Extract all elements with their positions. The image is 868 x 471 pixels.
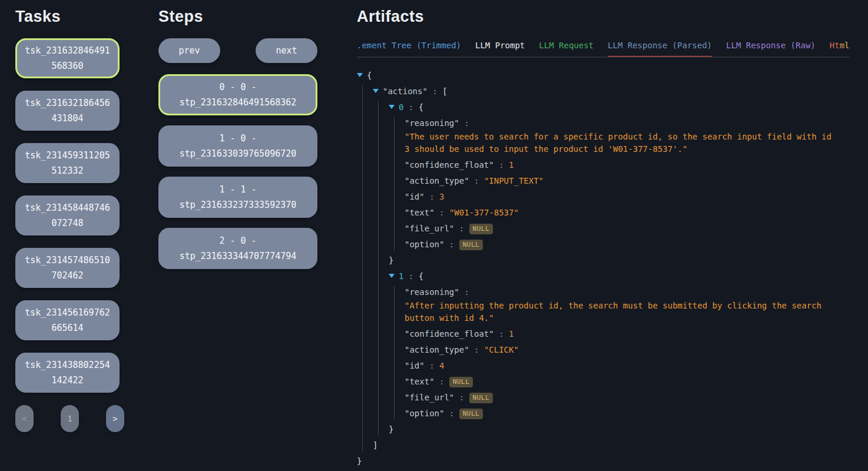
json-children: "actions" : [0 : {"reasoning" : "The use… [362, 85, 849, 452]
json-open-line: { [357, 69, 849, 82]
pagination-prev-button[interactable]: < [15, 405, 34, 432]
json-key: "reasoning" [405, 287, 459, 297]
json-close-brace: ] [373, 440, 377, 450]
json-close-line: } [357, 455, 849, 467]
json-entry: "confidence_float" : 1 [405, 159, 849, 171]
step-item-stp-231633237333592370[interactable]: 1 - 1 -stp_231633237333592370 [158, 177, 317, 218]
json-entry: "confidence_float" : 1 [405, 328, 849, 340]
json-null-badge: NULL [449, 377, 473, 387]
task-item-tsk-231458448746072748[interactable]: tsk_231458448746072748 [15, 195, 120, 236]
json-entry: "option" : NULL [405, 238, 849, 251]
task-list: tsk_231632846491568360tsk_23163218645643… [15, 38, 120, 393]
json-key: "file_url" [405, 224, 454, 233]
step-nav: prev next [158, 38, 317, 63]
step-item-id: stp_231632846491568362 [166, 95, 310, 110]
json-node: {"actions" : [0 : {"reasoning" : "The us… [357, 69, 849, 467]
tasks-title: Tasks [15, 8, 120, 26]
step-item-stp-231633039765096720[interactable]: 1 - 0 -stp_231633039765096720 [158, 125, 317, 167]
json-key: "actions" [383, 87, 428, 96]
json-colon: : [454, 393, 469, 402]
steps-panel: Steps prev next 0 - 0 -stp_2316328464915… [158, 8, 317, 471]
step-item-prefix: 0 - 0 - [166, 79, 310, 95]
tab-llm-response-parsed[interactable]: LLM Response (Parsed) [608, 40, 712, 58]
json-entry: "file_url" : NULL [405, 392, 849, 404]
json-colon: : [459, 118, 469, 128]
json-node: 0 : {"reasoning" : "The user needs to se… [389, 101, 849, 267]
collapse-arrow-icon[interactable] [389, 105, 395, 109]
json-null-badge: NULL [469, 224, 493, 234]
json-key: "option" [405, 409, 444, 418]
json-value-string: "W01-377-8537" [449, 208, 519, 217]
tab-llm-request[interactable]: LLM Request [539, 40, 594, 58]
step-item-stp-231633344707774794[interactable]: 2 - 0 -stp_231633344707774794 [158, 228, 317, 269]
json-close-brace: } [357, 456, 362, 466]
tasks-panel: Tasks tsk_231632846491568360tsk_23163218… [15, 8, 120, 471]
tab-html-raw[interactable]: Html (Raw) [830, 40, 849, 58]
json-key: "id" [405, 361, 425, 370]
task-item-tsk-231459311205512332[interactable]: tsk_231459311205512332 [15, 143, 120, 183]
json-entry: "id" : 3 [405, 191, 849, 203]
json-key: "action_type" [405, 345, 469, 354]
json-entry: "reasoning" : "After inputting the produ… [405, 286, 849, 324]
json-entry: "reasoning" : "The user needs to search … [405, 117, 849, 155]
json-close-brace: } [389, 424, 393, 434]
json-key: "file_url" [405, 393, 454, 402]
collapse-arrow-icon[interactable] [389, 274, 395, 278]
steps-next-button[interactable]: next [256, 38, 317, 63]
json-key: "id" [405, 192, 425, 201]
json-entry: "id" : 4 [405, 360, 849, 372]
task-item-tsk-231457486510702462[interactable]: tsk_231457486510702462 [15, 248, 120, 288]
json-value-string: "After inputting the product id, the sea… [405, 300, 831, 324]
json-viewer: {"actions" : [0 : {"reasoning" : "The us… [357, 69, 849, 467]
tab-label-part: m [840, 41, 844, 50]
tab-ement-tree-trimmed[interactable]: .ement Tree (Trimmed) [357, 40, 461, 58]
json-colon: : [469, 176, 484, 185]
json-node: 1 : {"reasoning" : "After inputting the … [389, 270, 849, 436]
json-colon: : [454, 224, 469, 233]
task-item-tsk-231632846491568360[interactable]: tsk_231632846491568360 [15, 38, 120, 78]
step-item-id: stp_231633344707774794 [166, 248, 310, 264]
json-close-brace: } [389, 256, 393, 265]
artifacts-tabbar: .ement Tree (Trimmed)LLM PromptLLM Reque… [357, 40, 849, 58]
json-open-brace: [ [442, 87, 447, 96]
task-item-tsk-231438802254142422[interactable]: tsk_231438802254142422 [15, 353, 120, 393]
step-item-stp-231632846491568362[interactable]: 0 - 0 -stp_231632846491568362 [158, 74, 317, 115]
json-open-line: "actions" : [ [373, 85, 849, 98]
json-open-line: 0 : { [389, 101, 849, 114]
json-value-number: 1 [509, 160, 513, 170]
steps-prev-button[interactable]: prev [158, 38, 220, 63]
artifacts-panel: Artifacts .ement Tree (Trimmed)LLM Promp… [357, 8, 849, 471]
json-colon: : [403, 271, 418, 281]
json-colon: : [444, 240, 459, 249]
step-list: 0 - 0 -stp_2316328464915683621 - 0 -stp_… [158, 74, 317, 269]
json-colon: : [444, 409, 459, 418]
collapse-arrow-icon[interactable] [357, 73, 363, 77]
json-node: "actions" : [0 : {"reasoning" : "The use… [373, 85, 849, 452]
collapse-arrow-icon[interactable] [373, 89, 379, 93]
pagination-next-button[interactable]: > [106, 405, 124, 432]
tab-label-part: l [844, 41, 849, 50]
step-item-id: stp_231633237333592370 [166, 197, 310, 213]
tasks-pagination: < 1 > [15, 405, 124, 432]
tab-label-part: Ht [830, 41, 840, 50]
json-colon: : [425, 192, 439, 201]
tab-llm-prompt[interactable]: LLM Prompt [475, 40, 525, 58]
json-entry: "action_type" : "INPUT_TEXT" [405, 175, 849, 187]
task-item-tsk-231632186456431804[interactable]: tsk_231632186456431804 [15, 91, 120, 131]
app-root: Tasks tsk_231632846491568360tsk_23163218… [0, 0, 868, 471]
steps-title: Steps [158, 8, 317, 26]
json-key: "text" [405, 377, 435, 386]
json-null-badge: NULL [469, 393, 493, 403]
json-open-brace: { [419, 102, 423, 112]
task-item-tsk-231456169762665614[interactable]: tsk_231456169762665614 [15, 300, 120, 340]
json-open-brace: { [419, 271, 423, 281]
json-open-brace: { [367, 71, 372, 80]
json-colon: : [494, 329, 509, 339]
step-item-id: stp_231633039765096720 [166, 146, 310, 161]
pagination-page-button[interactable]: 1 [61, 405, 79, 432]
json-close-line: } [389, 254, 849, 267]
tab-llm-response-raw[interactable]: LLM Response (Raw) [726, 40, 816, 58]
json-colon: : [494, 160, 509, 170]
json-entry: "text" : "W01-377-8537" [405, 207, 849, 219]
json-key: "reasoning" [405, 118, 459, 128]
